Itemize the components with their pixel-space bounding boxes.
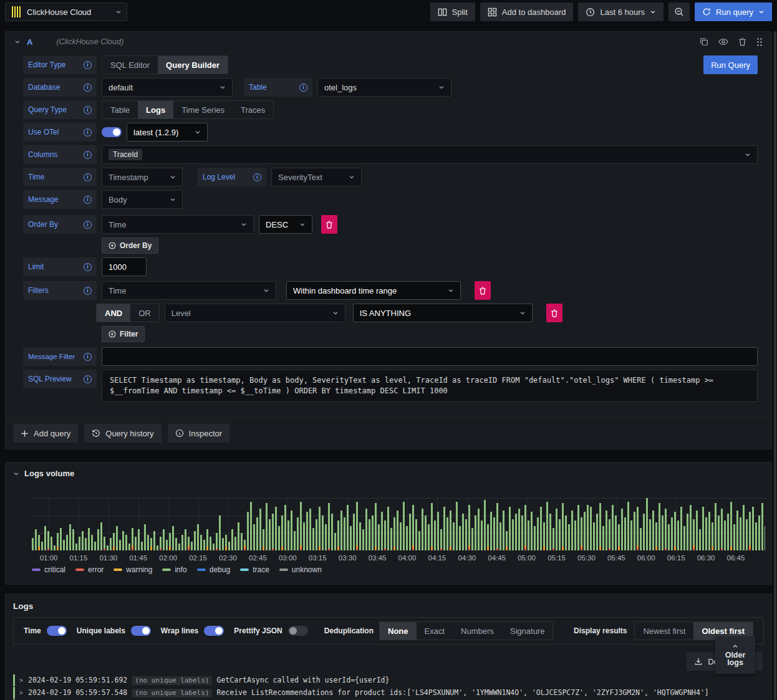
log-level-column-select[interactable]: SeverityText bbox=[271, 168, 362, 186]
collapse-chevron-icon[interactable] bbox=[14, 39, 21, 45]
legend-item-info[interactable]: info bbox=[162, 565, 186, 574]
split-button[interactable]: Split bbox=[430, 2, 475, 21]
time-column-select[interactable]: Timestamp bbox=[102, 168, 183, 186]
expand-row-chevron-icon[interactable]: > bbox=[19, 689, 23, 698]
legend-item-error[interactable]: error bbox=[75, 565, 104, 574]
volume-bar bbox=[128, 544, 130, 550]
query-type-logs[interactable]: Logs bbox=[138, 101, 173, 118]
info-icon[interactable]: i bbox=[84, 128, 92, 137]
datasource-picker[interactable]: ClickHouse Cloud bbox=[5, 2, 127, 21]
order-direction-select[interactable]: DESC bbox=[259, 215, 312, 234]
columns-multiselect[interactable]: TraceId bbox=[102, 145, 758, 164]
page-scrollbar[interactable] bbox=[774, 31, 776, 700]
column-chip[interactable]: TraceId bbox=[109, 149, 142, 160]
volume-bar bbox=[135, 537, 137, 550]
delete-query-trash-icon[interactable] bbox=[738, 37, 746, 46]
remove-filter2-button[interactable] bbox=[546, 304, 562, 322]
expand-row-chevron-icon[interactable]: > bbox=[19, 676, 23, 685]
use-otel-toggle[interactable] bbox=[102, 127, 122, 137]
inspector-button[interactable]: Inspector bbox=[168, 424, 229, 443]
dedup-none[interactable]: None bbox=[380, 622, 417, 640]
prettify-json-toggle[interactable] bbox=[288, 626, 308, 636]
volume-bar bbox=[593, 522, 595, 550]
info-icon[interactable]: i bbox=[299, 84, 307, 92]
info-icon[interactable]: i bbox=[84, 196, 92, 204]
volume-bar bbox=[278, 526, 280, 550]
run-query-editor-button[interactable]: Run Query bbox=[703, 55, 758, 74]
editor-type-sql-editor[interactable]: SQL Editor bbox=[102, 56, 158, 74]
query-history-button[interactable]: Query history bbox=[84, 424, 161, 443]
info-icon[interactable]: i bbox=[84, 61, 92, 69]
run-query-button[interactable]: Run query bbox=[695, 2, 772, 21]
volume-bar bbox=[210, 537, 211, 550]
add-filter-button[interactable]: Filter bbox=[102, 326, 145, 342]
hide-query-eye-icon[interactable] bbox=[718, 37, 728, 46]
filter2-operator-select[interactable]: IS ANYTHING bbox=[353, 304, 533, 322]
logs-volume-plot[interactable]: 0102030 bbox=[32, 498, 765, 550]
otel-version-select[interactable]: latest (1.2.9) bbox=[127, 123, 208, 141]
wrap-lines-toggle[interactable] bbox=[204, 626, 224, 636]
field-label-message: Messagei bbox=[23, 190, 97, 209]
filter2-field-select[interactable]: Level bbox=[165, 304, 345, 322]
legend-item-trace[interactable]: trace bbox=[240, 565, 269, 574]
x-tick-label: 04:30 bbox=[458, 554, 476, 562]
info-icon[interactable]: i bbox=[84, 173, 92, 181]
duplicate-query-icon[interactable] bbox=[700, 37, 708, 46]
trace-legend-swatch bbox=[240, 568, 249, 571]
info-icon[interactable]: i bbox=[253, 173, 261, 181]
order-by-field-select[interactable]: Time bbox=[102, 215, 254, 234]
message-filter-input[interactable] bbox=[102, 347, 758, 366]
volume-bar bbox=[85, 538, 87, 550]
legend-item-unknown[interactable]: unknown bbox=[279, 565, 322, 574]
filter-operator-select[interactable]: Within dashboard time range bbox=[286, 281, 461, 300]
info-icon[interactable]: i bbox=[84, 353, 92, 361]
time-range-picker[interactable]: Last 6 hours bbox=[578, 2, 664, 21]
query-ref-id[interactable]: A bbox=[27, 37, 32, 47]
remove-filter-button[interactable] bbox=[475, 281, 491, 300]
info-icon[interactable]: i bbox=[84, 263, 92, 271]
remove-order-by-button[interactable] bbox=[321, 215, 337, 234]
dedup-exact[interactable]: Exact bbox=[417, 622, 453, 640]
volume-bar bbox=[624, 517, 626, 550]
add-query-button[interactable]: Add query bbox=[13, 424, 78, 443]
query-type-table[interactable]: Table bbox=[102, 101, 138, 118]
info-icon[interactable]: i bbox=[84, 221, 92, 229]
dedup-numbers[interactable]: Numbers bbox=[453, 622, 502, 640]
database-select[interactable]: default bbox=[102, 78, 233, 97]
message-column-select[interactable]: Body bbox=[102, 190, 183, 209]
add-to-dashboard-button[interactable]: Add to dashboard bbox=[480, 2, 574, 21]
limit-input[interactable]: 1000 bbox=[102, 257, 147, 276]
info-icon[interactable]: i bbox=[84, 287, 92, 295]
unique-labels-toggle[interactable] bbox=[131, 626, 151, 636]
query-type-time-series[interactable]: Time Series bbox=[173, 101, 233, 118]
and-option[interactable]: AND bbox=[97, 304, 130, 322]
volume-bar bbox=[543, 522, 545, 550]
add-order-by-button[interactable]: Order By bbox=[102, 237, 158, 254]
filter-field-select[interactable]: Time bbox=[102, 281, 276, 300]
info-circle-icon bbox=[175, 429, 184, 438]
volume-bar bbox=[344, 517, 345, 550]
legend-item-critical[interactable]: critical bbox=[32, 565, 65, 574]
editor-type-query-builder[interactable]: Query Builder bbox=[158, 56, 228, 74]
info-icon[interactable]: i bbox=[84, 84, 92, 92]
collapse-chevron-icon[interactable] bbox=[13, 471, 19, 477]
volume-bar bbox=[157, 545, 158, 550]
legend-item-warning[interactable]: warning bbox=[113, 565, 152, 574]
inspector-label: Inspector bbox=[189, 429, 222, 438]
info-icon[interactable]: i bbox=[84, 375, 92, 383]
x-tick-label: 02:30 bbox=[219, 554, 237, 562]
zoom-out-button[interactable] bbox=[668, 2, 690, 21]
or-option[interactable]: OR bbox=[130, 304, 159, 322]
info-icon[interactable]: i bbox=[84, 151, 92, 159]
drag-handle-icon[interactable] bbox=[756, 37, 763, 46]
dedup-signature[interactable]: Signature bbox=[502, 622, 553, 640]
time-toggle[interactable] bbox=[47, 626, 67, 636]
legend-item-debug[interactable]: debug bbox=[197, 565, 230, 574]
log-row[interactable]: >2024-02-19 05:59:51.692(no unique label… bbox=[13, 674, 764, 686]
query-type-traces[interactable]: Traces bbox=[233, 101, 273, 118]
display-newest-first[interactable]: Newest first bbox=[635, 622, 693, 640]
log-row[interactable]: >2024-02-19 05:59:57.548(no unique label… bbox=[13, 687, 764, 699]
table-select[interactable]: otel_logs bbox=[317, 78, 451, 97]
info-icon[interactable]: i bbox=[84, 106, 92, 114]
older-logs-button[interactable]: Older logs bbox=[715, 636, 755, 674]
